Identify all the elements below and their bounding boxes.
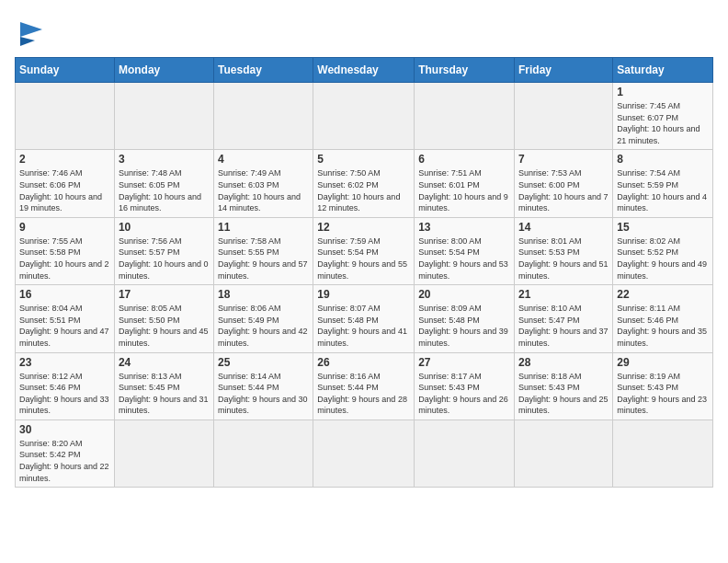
calendar-col-header: Friday [515, 58, 613, 83]
calendar-day-cell: 20Sunrise: 8:09 AM Sunset: 5:48 PM Dayli… [415, 285, 515, 352]
calendar-day-cell: 19Sunrise: 8:07 AM Sunset: 5:48 PM Dayli… [313, 285, 415, 352]
calendar-day-cell [313, 419, 415, 487]
calendar-day-cell: 8Sunrise: 7:54 AM Sunset: 5:59 PM Daylig… [613, 150, 713, 217]
day-info: Sunrise: 7:51 AM Sunset: 6:01 PM Dayligh… [418, 167, 510, 213]
calendar-day-cell [313, 83, 415, 150]
calendar-day-cell: 13Sunrise: 8:00 AM Sunset: 5:54 PM Dayli… [415, 217, 515, 284]
calendar-day-cell: 21Sunrise: 8:10 AM Sunset: 5:47 PM Dayli… [515, 285, 613, 352]
calendar-day-cell: 10Sunrise: 7:56 AM Sunset: 5:57 PM Dayli… [114, 217, 213, 284]
day-info: Sunrise: 8:19 AM Sunset: 5:43 PM Dayligh… [617, 371, 709, 417]
day-info: Sunrise: 8:18 AM Sunset: 5:43 PM Dayligh… [518, 371, 609, 417]
calendar-week-row: 1Sunrise: 7:45 AM Sunset: 6:07 PM Daylig… [16, 83, 713, 150]
day-number: 16 [19, 288, 110, 301]
calendar-day-cell [114, 83, 213, 150]
day-info: Sunrise: 7:54 AM Sunset: 5:59 PM Dayligh… [617, 167, 709, 213]
calendar-day-cell: 2Sunrise: 7:46 AM Sunset: 6:06 PM Daylig… [16, 150, 115, 217]
day-info: Sunrise: 8:04 AM Sunset: 5:51 PM Dayligh… [19, 303, 110, 349]
calendar-day-cell [613, 419, 713, 487]
day-info: Sunrise: 7:48 AM Sunset: 6:05 PM Dayligh… [119, 167, 210, 213]
calendar-day-cell: 12Sunrise: 7:59 AM Sunset: 5:54 PM Dayli… [313, 217, 415, 284]
day-number: 1 [617, 86, 709, 98]
calendar-week-row: 23Sunrise: 8:12 AM Sunset: 5:46 PM Dayli… [16, 352, 713, 419]
day-number: 9 [19, 221, 110, 234]
calendar-day-cell: 27Sunrise: 8:17 AM Sunset: 5:43 PM Dayli… [415, 352, 515, 419]
day-number: 17 [119, 288, 210, 301]
day-number: 12 [317, 221, 410, 234]
calendar-col-header: Thursday [415, 58, 515, 83]
calendar-table: SundayMondayTuesdayWednesdayThursdayFrid… [15, 57, 713, 488]
day-number: 13 [418, 221, 510, 234]
calendar-day-cell [214, 419, 313, 487]
day-info: Sunrise: 7:56 AM Sunset: 5:57 PM Dayligh… [119, 236, 210, 282]
day-number: 28 [518, 356, 609, 369]
calendar-day-cell: 25Sunrise: 8:14 AM Sunset: 5:44 PM Dayli… [214, 352, 313, 419]
day-info: Sunrise: 8:20 AM Sunset: 5:42 PM Dayligh… [19, 438, 110, 484]
calendar-day-cell: 4Sunrise: 7:49 AM Sunset: 6:03 PM Daylig… [214, 150, 313, 217]
day-number: 25 [218, 356, 309, 369]
day-number: 26 [317, 356, 410, 369]
day-info: Sunrise: 8:11 AM Sunset: 5:46 PM Dayligh… [617, 303, 709, 349]
day-number: 10 [119, 221, 210, 234]
day-number: 4 [218, 153, 309, 166]
day-number: 3 [119, 153, 210, 166]
day-info: Sunrise: 8:02 AM Sunset: 5:52 PM Dayligh… [617, 236, 709, 282]
day-number: 6 [418, 153, 510, 166]
calendar-day-cell: 24Sunrise: 8:13 AM Sunset: 5:45 PM Dayli… [114, 352, 213, 419]
day-info: Sunrise: 7:49 AM Sunset: 6:03 PM Dayligh… [218, 167, 309, 213]
day-info: Sunrise: 8:17 AM Sunset: 5:43 PM Dayligh… [418, 371, 510, 417]
calendar-day-cell [114, 419, 213, 487]
day-number: 18 [218, 288, 309, 301]
calendar-day-cell [415, 83, 515, 150]
calendar-day-cell [214, 83, 313, 150]
calendar-header-row: SundayMondayTuesdayWednesdayThursdayFrid… [16, 58, 713, 83]
day-number: 29 [617, 356, 709, 369]
day-number: 14 [518, 221, 609, 234]
day-number: 21 [518, 288, 609, 301]
day-info: Sunrise: 8:16 AM Sunset: 5:44 PM Dayligh… [317, 371, 410, 417]
calendar-col-header: Sunday [16, 58, 115, 83]
calendar-day-cell [515, 83, 613, 150]
calendar-day-cell: 22Sunrise: 8:11 AM Sunset: 5:46 PM Dayli… [613, 285, 713, 352]
calendar-day-cell: 18Sunrise: 8:06 AM Sunset: 5:49 PM Dayli… [214, 285, 313, 352]
day-number: 22 [617, 288, 709, 301]
day-number: 20 [418, 288, 510, 301]
calendar-day-cell: 28Sunrise: 8:18 AM Sunset: 5:43 PM Dayli… [515, 352, 613, 419]
calendar-day-cell [16, 83, 115, 150]
day-info: Sunrise: 8:10 AM Sunset: 5:47 PM Dayligh… [518, 303, 609, 349]
calendar-day-cell: 23Sunrise: 8:12 AM Sunset: 5:46 PM Dayli… [16, 352, 115, 419]
calendar-day-cell: 6Sunrise: 7:51 AM Sunset: 6:01 PM Daylig… [415, 150, 515, 217]
day-info: Sunrise: 8:14 AM Sunset: 5:44 PM Dayligh… [218, 371, 309, 417]
calendar-day-cell: 11Sunrise: 7:58 AM Sunset: 5:55 PM Dayli… [214, 217, 313, 284]
day-info: Sunrise: 8:07 AM Sunset: 5:48 PM Dayligh… [317, 303, 410, 349]
calendar-day-cell: 1Sunrise: 7:45 AM Sunset: 6:07 PM Daylig… [613, 83, 713, 150]
day-number: 5 [317, 153, 410, 166]
calendar-day-cell: 5Sunrise: 7:50 AM Sunset: 6:02 PM Daylig… [313, 150, 415, 217]
generalblue-logo-icon [15, 15, 50, 50]
day-number: 2 [19, 153, 110, 166]
day-info: Sunrise: 7:55 AM Sunset: 5:58 PM Dayligh… [19, 236, 110, 282]
calendar-day-cell: 9Sunrise: 7:55 AM Sunset: 5:58 PM Daylig… [16, 217, 115, 284]
calendar-week-row: 2Sunrise: 7:46 AM Sunset: 6:06 PM Daylig… [16, 150, 713, 217]
day-info: Sunrise: 7:46 AM Sunset: 6:06 PM Dayligh… [19, 167, 110, 213]
logo [15, 15, 55, 50]
day-info: Sunrise: 8:00 AM Sunset: 5:54 PM Dayligh… [418, 236, 510, 282]
day-info: Sunrise: 7:59 AM Sunset: 5:54 PM Dayligh… [317, 236, 410, 282]
day-number: 24 [119, 356, 210, 369]
calendar-day-cell: 15Sunrise: 8:02 AM Sunset: 5:52 PM Dayli… [613, 217, 713, 284]
day-info: Sunrise: 8:13 AM Sunset: 5:45 PM Dayligh… [119, 371, 210, 417]
day-number: 11 [218, 221, 309, 234]
day-info: Sunrise: 8:06 AM Sunset: 5:49 PM Dayligh… [218, 303, 309, 349]
day-number: 8 [617, 153, 709, 166]
calendar-day-cell: 7Sunrise: 7:53 AM Sunset: 6:00 PM Daylig… [515, 150, 613, 217]
calendar-day-cell: 3Sunrise: 7:48 AM Sunset: 6:05 PM Daylig… [114, 150, 213, 217]
day-info: Sunrise: 8:09 AM Sunset: 5:48 PM Dayligh… [418, 303, 510, 349]
day-number: 19 [317, 288, 410, 301]
day-info: Sunrise: 8:01 AM Sunset: 5:53 PM Dayligh… [518, 236, 609, 282]
day-info: Sunrise: 7:50 AM Sunset: 6:02 PM Dayligh… [317, 167, 410, 213]
calendar-day-cell: 30Sunrise: 8:20 AM Sunset: 5:42 PM Dayli… [16, 419, 115, 487]
page-header [15, 15, 713, 50]
calendar-day-cell [415, 419, 515, 487]
day-info: Sunrise: 7:58 AM Sunset: 5:55 PM Dayligh… [218, 236, 309, 282]
day-info: Sunrise: 8:05 AM Sunset: 5:50 PM Dayligh… [119, 303, 210, 349]
day-number: 15 [617, 221, 709, 234]
